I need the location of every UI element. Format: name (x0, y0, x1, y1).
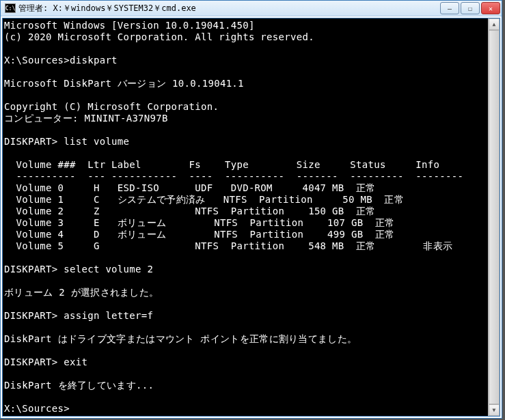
cmd-icon: C:\ (5, 3, 16, 13)
window-title: 管理者: X:￥windows￥SYSTEM32￥cmd.exe (18, 3, 440, 14)
terminal-line: コンピューター: MININT-A37N97B (4, 113, 488, 124)
terminal-line: Volume 5 G NTFS Partition 548 MB 正常 非表示 (4, 240, 488, 252)
terminal-line: Volume 1 C システムで予約済み NTFS Partition 50 M… (4, 194, 488, 206)
terminal-line: Volume ### Ltr Label Fs Type Size Status… (4, 159, 488, 171)
terminal-line: Volume 4 D ボリューム NTFS Partition 499 GB 正… (4, 229, 488, 240)
cmd-window: C:\ 管理者: X:￥windows￥SYSTEM32￥cmd.exe — ☐… (0, 0, 502, 419)
terminal-line: DISKPART> exit (4, 356, 488, 368)
terminal-line: DiskPart を終了しています... (4, 380, 488, 391)
terminal-line: DISKPART> list volume (4, 136, 488, 148)
window-buttons: — ☐ ✕ (440, 2, 500, 14)
terminal-line: Microsoft DiskPart バージョン 10.0.19041.1 (4, 78, 488, 89)
terminal-line (4, 298, 488, 310)
scroll-down-button[interactable]: ▼ (489, 404, 500, 416)
terminal-line: DISKPART> select volume 2 (4, 264, 488, 275)
titlebar[interactable]: C:\ 管理者: X:￥windows￥SYSTEM32￥cmd.exe — ☐… (1, 1, 502, 16)
terminal-line: ---------- --- ----------- ---- --------… (4, 171, 488, 182)
terminal-line (4, 322, 488, 333)
maximize-button[interactable]: ☐ (461, 2, 480, 14)
terminal-line: DiskPart はドライブ文字またはマウント ポイントを正常に割り当てました。 (4, 333, 488, 345)
terminal-line (4, 345, 488, 356)
scroll-thumb[interactable] (489, 30, 500, 404)
terminal-line: X:\Sources> (4, 403, 488, 415)
terminal-line: Microsoft Windows [Version 10.0.19041.45… (4, 20, 488, 31)
terminal-line (4, 124, 488, 136)
terminal-line (4, 275, 488, 287)
close-button[interactable]: ✕ (481, 2, 500, 14)
terminal-line: (c) 2020 Microsoft Corporation. All righ… (4, 31, 488, 43)
terminal-line (4, 391, 488, 403)
terminal-line: Volume 2 Z NTFS Partition 150 GB 正常 (4, 206, 488, 217)
terminal-line (4, 66, 488, 78)
terminal-line: ボリューム 2 が選択されました。 (4, 287, 488, 298)
terminal-line: DISKPART> assign letter=f (4, 310, 488, 322)
terminal-line (4, 89, 488, 101)
scroll-up-button[interactable]: ▲ (489, 18, 500, 30)
terminal-line (4, 148, 488, 159)
terminal-output[interactable]: Microsoft Windows [Version 10.0.19041.45… (3, 18, 488, 416)
terminal-line (4, 368, 488, 380)
terminal-line: X:\Sources>diskpart (4, 55, 488, 66)
minimize-button[interactable]: — (440, 2, 459, 14)
client-area: Microsoft Windows [Version 10.0.19041.45… (2, 18, 500, 417)
terminal-line: Volume 3 E ボリューム NTFS Partition 107 GB 正… (4, 217, 488, 229)
terminal-line: Volume 0 H ESD-ISO UDF DVD-ROM 4047 MB 正… (4, 182, 488, 194)
terminal-line (4, 252, 488, 264)
terminal-line (4, 43, 488, 55)
scroll-track[interactable] (489, 30, 500, 404)
terminal-line: Copyright (C) Microsoft Corporation. (4, 101, 488, 113)
vertical-scrollbar[interactable]: ▲ ▼ (488, 18, 500, 416)
